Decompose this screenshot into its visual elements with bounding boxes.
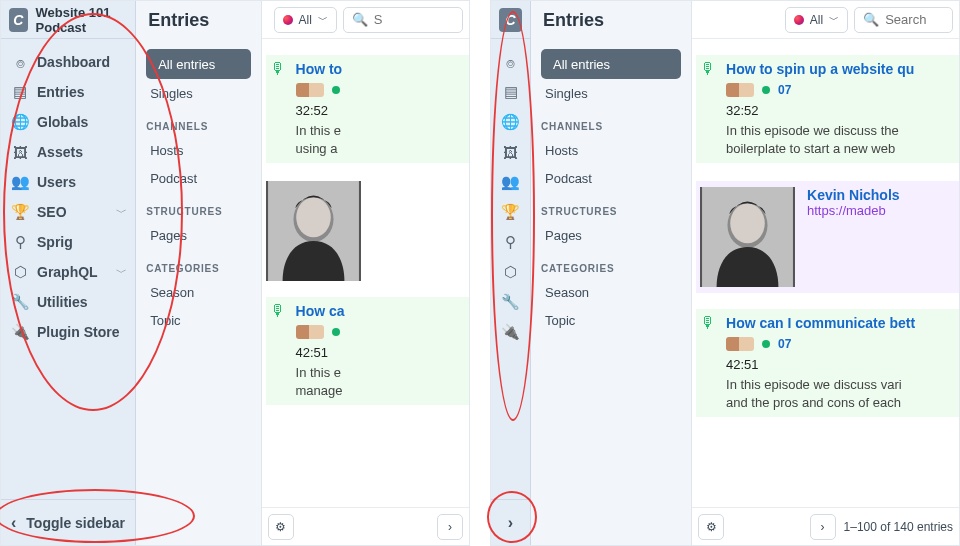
nav-assets[interactable]: 🖼Assets: [1, 137, 135, 167]
search-icon: 🔍: [352, 12, 368, 27]
nav-graphql[interactable]: ⬡GraphQL﹀: [1, 257, 135, 287]
entries-subnav: Entries All entries Singles CHANNELS Hos…: [531, 1, 692, 545]
subnav-podcast[interactable]: Podcast: [146, 164, 250, 192]
nav-dashboard[interactable]: ⌾: [491, 47, 530, 77]
entry-card[interactable]: 🎙 How to 32:52 In this eusing a: [266, 55, 469, 163]
content-toolbar: All ﹀ 🔍: [262, 1, 469, 39]
entry-title[interactable]: How ca: [296, 303, 345, 319]
entry-desc: In this episode we discuss theboilerplat…: [726, 122, 914, 157]
nav-entries[interactable]: ▤: [491, 77, 530, 107]
nav-utilities[interactable]: 🔧: [491, 287, 530, 317]
entry-card[interactable]: 🎙 How ca 42:51 In this emanage: [266, 297, 469, 405]
settings-icon[interactable]: ⚙: [268, 514, 294, 540]
subnav-topic[interactable]: Topic: [541, 306, 681, 334]
image-icon: 🖼: [9, 144, 31, 161]
status-filter-dropdown[interactable]: All ﹀: [274, 7, 337, 33]
entry-title[interactable]: How can I communicate bett: [726, 315, 915, 331]
search-input[interactable]: [885, 12, 944, 27]
microphone-icon: 🎙: [270, 303, 286, 399]
subnav-pages[interactable]: Pages: [541, 221, 681, 249]
entry-card[interactable]: 🎙 How to spin up a website qu 07 32:52 I…: [696, 55, 959, 163]
entry-title[interactable]: How to spin up a website qu: [726, 61, 914, 77]
nav-users[interactable]: 👥Users: [1, 167, 135, 197]
site-title[interactable]: Website 101 Podcast: [36, 5, 136, 35]
nav-seo[interactable]: 🏆: [491, 197, 530, 227]
plug-icon: 🔌: [500, 323, 522, 341]
trophy-icon: 🏆: [9, 203, 31, 221]
list-icon: ▤: [9, 83, 31, 101]
group-categories: CATEGORIES: [146, 263, 250, 274]
guest-url[interactable]: https://madeb: [807, 203, 900, 218]
gauge-icon: ⌾: [9, 54, 31, 71]
group-structures: STRUCTURES: [146, 206, 250, 217]
nav-plugin-store[interactable]: 🔌: [491, 317, 530, 347]
nav-dashboard[interactable]: ⌾Dashboard: [1, 47, 135, 77]
nav-utilities[interactable]: 🔧Utilities: [1, 287, 135, 317]
content-toolbar: All ﹀ 🔍: [692, 1, 959, 39]
entry-duration: 32:52: [726, 103, 914, 118]
subnav-topic[interactable]: Topic: [146, 306, 250, 334]
author-avatar: [726, 337, 754, 351]
graphql-icon: ⬡: [9, 263, 31, 281]
nav-assets[interactable]: 🖼: [491, 137, 530, 167]
entry-duration: 32:52: [296, 103, 348, 118]
app-logo[interactable]: C: [9, 8, 28, 32]
guest-photo: [266, 181, 361, 281]
entry-title[interactable]: How to: [296, 61, 348, 77]
subnav-hosts[interactable]: Hosts: [146, 136, 250, 164]
entry-desc: In this eusing a: [296, 122, 348, 157]
guest-name-link[interactable]: Kevin Nichols: [807, 187, 900, 203]
toggle-sidebar-button[interactable]: ›: [491, 499, 530, 545]
search-field[interactable]: 🔍: [343, 7, 463, 33]
subnav-pages[interactable]: Pages: [146, 221, 250, 249]
subnav-hosts[interactable]: Hosts: [541, 136, 681, 164]
status-filter-dropdown[interactable]: All ﹀: [785, 7, 848, 33]
nav-sprig[interactable]: ⚲Sprig: [1, 227, 135, 257]
entry-number: 07: [778, 337, 791, 351]
nav-globals[interactable]: 🌐: [491, 107, 530, 137]
guest-card[interactable]: Kevin Nichols https://madeb: [696, 181, 959, 293]
next-page-button[interactable]: ›: [437, 514, 463, 540]
nav-entries[interactable]: ▤Entries: [1, 77, 135, 107]
subnav-season[interactable]: Season: [146, 278, 250, 306]
subnav-podcast[interactable]: Podcast: [541, 164, 681, 192]
nav-plugin-store[interactable]: 🔌Plugin Store: [1, 317, 135, 347]
author-avatar: [726, 83, 754, 97]
subnav-singles[interactable]: Singles: [146, 79, 250, 107]
author-avatar: [296, 325, 324, 339]
subnav-all-entries[interactable]: All entries: [541, 49, 681, 79]
entry-desc: In this episode we discuss variand the p…: [726, 376, 915, 411]
svg-point-2: [296, 197, 331, 237]
search-input[interactable]: [374, 12, 454, 27]
group-channels: CHANNELS: [146, 121, 250, 132]
chevron-right-icon: ›: [508, 514, 513, 532]
globe-icon: 🌐: [9, 113, 31, 131]
entry-card[interactable]: 🎙 How can I communicate bett 07 42:51 In…: [696, 309, 959, 417]
nav-users[interactable]: 👥: [491, 167, 530, 197]
chevron-left-icon: ‹: [11, 514, 16, 532]
search-field[interactable]: 🔍: [854, 7, 953, 33]
toggle-sidebar-button[interactable]: ‹ Toggle sidebar: [1, 499, 135, 545]
sprig-icon: ⚲: [500, 233, 522, 251]
nav-seo[interactable]: 🏆SEO﹀: [1, 197, 135, 227]
chevron-down-icon: ﹀: [318, 13, 328, 27]
nav-globals[interactable]: 🌐Globals: [1, 107, 135, 137]
subnav-singles[interactable]: Singles: [541, 79, 681, 107]
app-logo[interactable]: C: [499, 8, 522, 32]
guest-card[interactable]: [266, 181, 469, 281]
group-structures: STRUCTURES: [541, 206, 681, 217]
nav-sprig[interactable]: ⚲: [491, 227, 530, 257]
next-page-button[interactable]: ›: [810, 514, 836, 540]
subnav-season[interactable]: Season: [541, 278, 681, 306]
chevron-down-icon: ﹀: [116, 265, 127, 280]
svg-point-5: [730, 203, 765, 243]
status-live-icon: [332, 328, 340, 336]
microphone-icon: 🎙: [270, 61, 286, 157]
nav-graphql[interactable]: ⬡: [491, 257, 530, 287]
users-icon: 👥: [9, 173, 31, 191]
sprig-icon: ⚲: [9, 233, 31, 251]
settings-icon[interactable]: ⚙: [698, 514, 724, 540]
entry-number: 07: [778, 83, 791, 97]
subnav-all-entries[interactable]: All entries: [146, 49, 250, 79]
search-icon: 🔍: [863, 12, 879, 27]
